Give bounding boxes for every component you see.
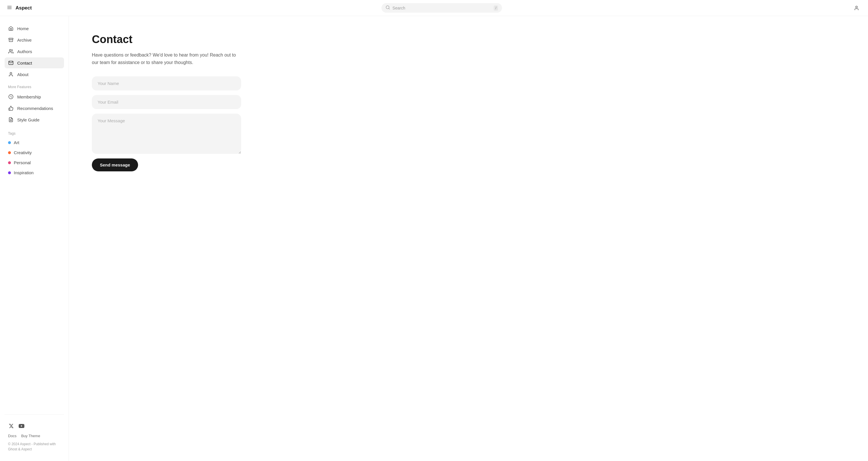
svg-point-7 [9, 50, 11, 51]
youtube-icon[interactable] [19, 423, 25, 429]
tag-label-creativity: Creativity [14, 150, 32, 155]
tags-label: Tags [5, 127, 64, 138]
page-description: Have questions or feedback? We'd love to… [92, 51, 241, 66]
sidebar-item-recommendations[interactable]: Recommendations [5, 103, 64, 114]
search-shortcut-badge: / [494, 5, 498, 11]
tag-label-personal: Personal [14, 160, 31, 165]
sidebar-item-label-authors: Authors [17, 49, 32, 54]
sidebar-item-label-recommendations: Recommendations [17, 106, 53, 111]
svg-point-8 [10, 72, 12, 74]
home-icon [8, 26, 14, 31]
sidebar-item-label-home: Home [17, 26, 29, 31]
send-button[interactable]: Send message [92, 158, 138, 172]
more-features-label: More Features [5, 81, 64, 91]
contact-icon [8, 60, 14, 66]
tag-item-inspiration[interactable]: Inspiration [5, 168, 64, 177]
svg-line-4 [389, 8, 390, 9]
hamburger-icon[interactable] [7, 5, 12, 11]
tag-dot-art [8, 141, 11, 144]
about-icon [8, 71, 14, 77]
sidebar-item-contact[interactable]: Contact [5, 57, 64, 68]
header-right [852, 3, 861, 12]
sidebar-item-authors[interactable]: Authors [5, 46, 64, 57]
style-guide-icon [8, 117, 14, 123]
docs-link[interactable]: Docs [8, 434, 17, 438]
tag-item-personal[interactable]: Personal [5, 158, 64, 167]
header: Aspect Search / [0, 0, 868, 16]
buy-theme-link[interactable]: Buy Theme [21, 434, 40, 438]
name-input[interactable] [92, 76, 241, 90]
authors-icon [8, 49, 14, 54]
tag-dot-creativity [8, 151, 11, 154]
tag-label-inspiration: Inspiration [14, 170, 34, 175]
sidebar-item-label-membership: Membership [17, 94, 41, 99]
footer-links: Docs Buy Theme [5, 433, 64, 439]
primary-nav: Home Archive [5, 23, 64, 81]
header-left: Aspect [7, 5, 32, 11]
email-input[interactable] [92, 95, 241, 109]
main-content: Contact Have questions or feedback? We'd… [69, 16, 327, 189]
sidebar-item-style-guide[interactable]: Style Guide [5, 114, 64, 125]
copyright-text: © 2024 Aspect - Published with Ghost & A… [5, 439, 64, 454]
tag-label-art: Art [14, 140, 19, 145]
user-icon[interactable] [852, 3, 861, 12]
tag-item-art[interactable]: Art [5, 138, 64, 147]
search-placeholder-text: Search [392, 6, 491, 10]
sidebar-item-archive[interactable]: Archive [5, 34, 64, 45]
tag-dot-inspiration [8, 172, 11, 174]
archive-icon [8, 37, 14, 43]
twitter-icon[interactable] [8, 423, 14, 429]
sidebar-item-label-archive: Archive [17, 38, 32, 42]
layout: Home Archive [0, 16, 868, 189]
sidebar-footer: Docs Buy Theme © 2024 Aspect - Published… [5, 414, 64, 454]
sidebar-item-label-about: About [17, 72, 28, 77]
membership-icon [8, 94, 14, 100]
recommendations-icon [8, 105, 14, 111]
tags-section: Tags Art Creativity Personal Inspiration [5, 127, 64, 178]
tag-item-creativity[interactable]: Creativity [5, 148, 64, 157]
search-icon [385, 5, 390, 11]
svg-point-5 [856, 6, 857, 8]
message-textarea[interactable] [92, 114, 241, 154]
sidebar-item-membership[interactable]: Membership [5, 91, 64, 102]
contact-form: Send message [92, 76, 241, 172]
tag-dot-personal [8, 161, 11, 164]
social-links [5, 419, 64, 433]
more-features-section: More Features Membership Reco [5, 81, 64, 126]
sidebar-item-about[interactable]: About [5, 69, 64, 80]
sidebar-item-home[interactable]: Home [5, 23, 64, 34]
search-bar[interactable]: Search / [381, 3, 502, 12]
sidebar-item-label-style-guide: Style Guide [17, 117, 40, 122]
sidebar-item-label-contact: Contact [17, 61, 32, 65]
svg-rect-6 [9, 38, 13, 39]
page-title: Contact [92, 33, 304, 45]
sidebar: Home Archive [0, 16, 69, 461]
site-title: Aspect [16, 5, 32, 11]
